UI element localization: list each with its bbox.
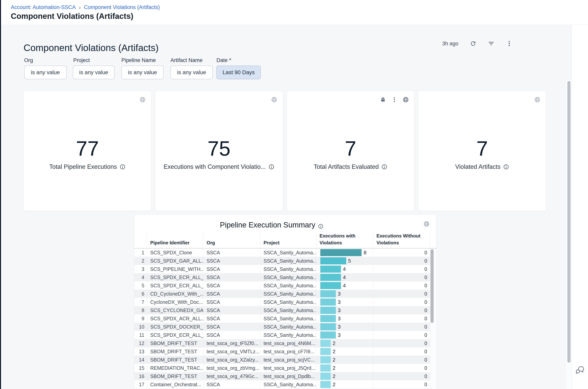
info-icon[interactable] — [381, 164, 387, 170]
filter-org[interactable]: is any value — [24, 65, 67, 79]
violations-value: 5 — [348, 258, 351, 264]
info-icon[interactable] — [318, 222, 323, 228]
executions-without-violations-cell: 0 — [373, 356, 430, 364]
dashboard-controls: 3h ago — [442, 39, 513, 48]
row-index-cell: 7 — [135, 298, 147, 306]
org-cell: test_ssca_org_479Gc... — [203, 372, 260, 380]
executions-with-violations-cell: 8 — [316, 249, 373, 257]
dashboard-title: Component Violations (Artifacts) — [24, 42, 159, 53]
main-scrollbar-thumb[interactable] — [567, 81, 571, 363]
kebab-menu-icon[interactable] — [506, 40, 513, 47]
table-scrollbar-thumb[interactable] — [430, 249, 434, 323]
project-cell: SSCA_Sanity_Automa... — [260, 249, 316, 257]
executions-with-violations-cell: 3 — [316, 290, 373, 298]
row-index-cell: 4 — [135, 273, 147, 281]
violations-value: 2 — [333, 365, 335, 371]
violations-value: 2 — [333, 349, 335, 355]
bell-plus-icon[interactable] — [380, 97, 386, 103]
executions-with-violations-cell: 2 — [316, 372, 373, 380]
executions-with-violations-cell: 3 — [316, 314, 373, 323]
info-icon[interactable] — [503, 164, 509, 170]
project-cell: SSCA_Sanity_Automa... — [260, 281, 316, 290]
globe-icon[interactable] — [139, 97, 146, 103]
filter-project[interactable]: is any value — [73, 65, 114, 79]
tile-label: Total Pipeline Executions — [24, 163, 151, 170]
pipeline-identifier-cell: SBOM_DRIFT_TEST — [147, 356, 203, 364]
violations-bar — [320, 265, 341, 273]
table-row[interactable]: 10SCS_SPDX_DOCKER_...SSCASSCA_Sanity_Aut… — [135, 323, 436, 331]
column-header-pipeline-identifier[interactable]: Pipeline Identifier — [147, 232, 203, 248]
executions-with-violations-cell: 2 — [316, 356, 373, 364]
filter-label-pipeline-name: Pipeline Name — [121, 57, 156, 64]
executions-with-violations-cell: 2 — [316, 364, 373, 372]
chat-icon[interactable] — [575, 365, 585, 375]
executions-with-violations-cell: 2 — [316, 347, 373, 356]
violations-bar — [320, 315, 336, 322]
breadcrumb-current-link[interactable]: Component Violations (Artifacts) — [84, 4, 160, 10]
kebab-menu-icon[interactable] — [391, 97, 397, 103]
table-row[interactable]: 15REMEDIATION_TRAC...test_ssca_org_zbVmg… — [135, 364, 436, 372]
table-row[interactable]: 14SBOM_DRIFT_TESTtest_ssca_org_XZalzy...… — [135, 356, 436, 364]
tile-label: Total Artifacts Evaluated — [287, 163, 415, 170]
column-header-index — [135, 232, 147, 248]
executions-without-violations-cell: 0 — [373, 273, 430, 281]
table-row[interactable]: 16SBOM_DRIFT_TESTtest_ssca_org_479Gc...t… — [135, 372, 436, 380]
tile-violated-artifacts: 7 Violated Artifacts — [418, 91, 546, 211]
org-cell: SSCA — [203, 281, 260, 290]
project-cell: test_ssca_proj_scjVC... — [260, 356, 316, 364]
table-row[interactable]: 6CD_CycloneDX_With_...SSCASSCA_Sanity_Au… — [135, 290, 436, 298]
table-row[interactable]: 2SCS_SPDX_GAR_ALL...SSCASSCA_Sanity_Auto… — [135, 257, 436, 265]
pipeline-identifier-cell: CD_CycloneDX_With_... — [147, 290, 203, 298]
table-row[interactable]: 11SCS_SPDX_ECR_ALL_...SSCASSCA_Sanity_Au… — [135, 331, 436, 339]
pipeline-identifier-cell: SBOM_DRIFT_TEST — [147, 347, 203, 356]
org-cell: SSCA — [203, 331, 260, 339]
filter-pipeline-name[interactable]: is any value — [121, 65, 164, 79]
table-row[interactable]: 3SCS_PIPELINE_WITH...SSCASSCA_Sanity_Aut… — [135, 265, 436, 273]
project-cell: SSCA_Sanity_Automa... — [260, 314, 316, 323]
violations-value: 4 — [343, 274, 346, 281]
globe-icon[interactable] — [534, 97, 541, 103]
breadcrumb-account-link[interactable]: Account: Automation-SSCA — [11, 4, 76, 10]
globe-icon[interactable] — [423, 221, 430, 227]
info-icon[interactable] — [120, 164, 126, 170]
executions-without-violations-cell: 0 — [373, 306, 430, 314]
executions-with-violations-cell: 3 — [316, 323, 373, 331]
org-cell: SSCA — [203, 257, 260, 265]
table-row[interactable]: 8SCS_CYCLONEDX_GA...SSCASSCA_Sanity_Auto… — [135, 306, 436, 314]
table-row[interactable]: 13SBOM_DRIFT_TESTtest_ssca_org_VMTLz...t… — [135, 347, 436, 356]
table-row[interactable]: 7CycloneDX_With_Doc...SSCASSCA_Sanity_Au… — [135, 298, 436, 306]
refresh-icon[interactable] — [470, 40, 477, 47]
executions-without-violations-cell: 0 — [373, 347, 430, 356]
table-row[interactable]: 5SCS_SPDX_ECR_ALL_...SSCASSCA_Sanity_Aut… — [135, 281, 436, 290]
column-header-project[interactable]: Project — [260, 232, 316, 248]
tile-label: Violated Artifacts — [418, 163, 546, 170]
column-header-executions-with-violations[interactable]: Executions with Violations — [316, 232, 373, 248]
project-cell: SSCA_Sanity_Automa... — [260, 290, 316, 298]
filter-label-date: Date * — [216, 57, 231, 64]
table-row[interactable]: 1SCS_SPDX_CloneSSCASSCA_Sanity_Automa...… — [135, 249, 436, 257]
project-cell: test_ssca_proj_J5Qrd... — [260, 364, 316, 372]
filter-date[interactable]: Last 90 Days — [216, 65, 261, 79]
table-row[interactable]: 17Container_Orchestrat...SSCASSCA_Sanity… — [135, 380, 436, 389]
column-header-org[interactable]: Org — [203, 232, 260, 248]
row-index-cell: 17 — [135, 380, 147, 389]
row-index-cell: 1 — [135, 249, 147, 257]
info-icon[interactable] — [269, 164, 274, 170]
pipeline-identifier-cell: SBOM_DRIFT_TEST — [147, 339, 203, 347]
row-index-cell: 6 — [135, 290, 147, 298]
filter-artifact-name[interactable]: is any value — [171, 65, 213, 79]
row-index-cell: 5 — [135, 281, 147, 290]
org-cell: SSCA — [203, 265, 260, 273]
globe-icon[interactable] — [403, 97, 409, 103]
pipeline-identifier-cell: SCS_SPDX_DOCKER_... — [147, 323, 203, 331]
column-header-executions-without-violations[interactable]: Executions Without Violations — [373, 232, 430, 248]
table-row[interactable]: 9SCS_SPDX_ACR_ALL...SSCASSCA_Sanity_Auto… — [135, 314, 436, 323]
table-row[interactable]: 4SCS_SPDX_ECR_ALL_...SSCASSCA_Sanity_Aut… — [135, 273, 436, 281]
table-row[interactable]: 12SBOM_DRIFT_TESTtest_ssca_org_tF5Zf0...… — [135, 339, 436, 347]
violations-value: 3 — [338, 299, 341, 305]
globe-icon[interactable] — [271, 97, 277, 103]
violations-bar — [320, 381, 331, 388]
page-title: Component Violations (Artifacts) — [11, 12, 133, 21]
filter-icon[interactable] — [488, 40, 494, 47]
tile-executions-with-violations: 75 Executions with Component Violatio... — [155, 91, 283, 211]
